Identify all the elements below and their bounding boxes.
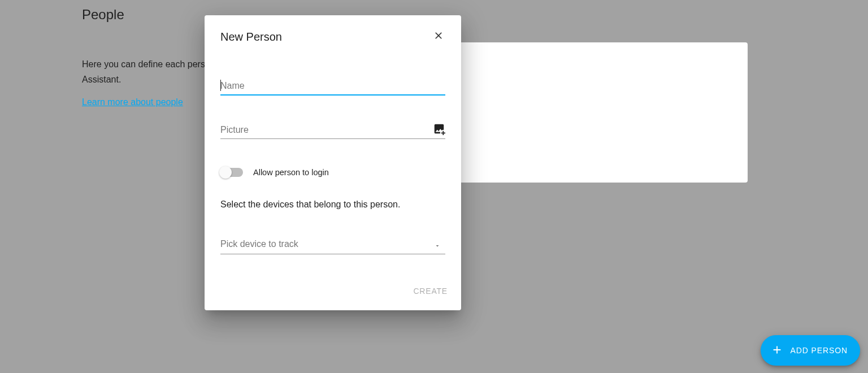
name-input[interactable]	[220, 77, 445, 96]
picture-input[interactable]	[220, 122, 445, 139]
name-field[interactable]: Name	[220, 77, 445, 100]
device-select-placeholder: Pick device to track	[220, 239, 298, 249]
chevron-down-icon	[434, 241, 441, 251]
switch-thumb	[219, 166, 232, 179]
login-toggle[interactable]	[220, 168, 243, 177]
close-button[interactable]	[432, 30, 445, 44]
picture-field[interactable]: Picture	[220, 122, 445, 144]
close-icon	[433, 30, 444, 44]
create-button[interactable]: CREATE	[411, 282, 450, 300]
add-person-fab[interactable]: ADD PERSON	[761, 335, 860, 366]
image-plus-icon	[433, 127, 445, 137]
plus-icon	[771, 344, 783, 358]
login-toggle-row: Allow person to login	[220, 168, 445, 177]
dialog-header: New Person	[220, 15, 445, 58]
device-select[interactable]: Pick device to track	[220, 239, 445, 254]
login-toggle-label: Allow person to login	[253, 168, 329, 177]
fab-label: ADD PERSON	[790, 346, 848, 355]
devices-description: Select the devices that belong to this p…	[220, 199, 445, 210]
dialog-actions: CREATE	[411, 282, 450, 300]
add-image-button[interactable]	[433, 123, 445, 137]
dialog-title: New Person	[220, 31, 282, 44]
new-person-dialog: New Person Name Picture Allow person to …	[205, 15, 461, 310]
text-caret	[220, 80, 221, 91]
